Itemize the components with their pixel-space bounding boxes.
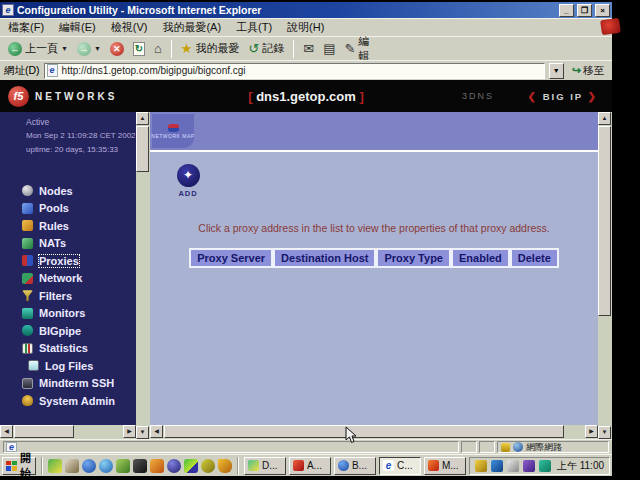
quicklaunch-icon[interactable] (116, 459, 130, 473)
page-icon: e (47, 64, 58, 77)
scroll-down-icon[interactable]: ▼ (136, 426, 149, 439)
nodes-icon (22, 185, 33, 196)
quicklaunch-icon[interactable] (218, 459, 232, 473)
forward-dropdown-icon[interactable]: ▼ (94, 45, 101, 52)
address-input[interactable]: e http://dns1.getop.com/bigipgui/bigconf… (44, 63, 545, 79)
column-header-proxy-server[interactable]: Proxy Server (189, 248, 273, 268)
menu-edit[interactable]: 編輯(E) (59, 20, 96, 35)
sidebar-item-proxies[interactable]: Proxies (0, 252, 134, 270)
refresh-icon: ↻ (133, 42, 145, 56)
internet-globe-icon (513, 442, 523, 452)
sidebar-item-label: Rules (39, 220, 69, 232)
minimize-button[interactable]: _ (559, 4, 574, 17)
menu-tools[interactable]: 工具(T) (236, 20, 272, 35)
sidebar-item-filters[interactable]: Filters (0, 287, 134, 305)
sidebar-item-system-admin[interactable]: System Admin (0, 392, 134, 410)
window-button-label: B... (352, 460, 367, 471)
column-header-proxy-type[interactable]: Proxy Type (376, 248, 451, 268)
tray-icon[interactable] (523, 460, 535, 472)
taskbar-window-button[interactable]: A... (289, 457, 331, 475)
tray-icon[interactable] (491, 460, 503, 472)
sidebar-item-statistics[interactable]: Statistics (0, 340, 134, 358)
content-horizontal-scrollbar[interactable]: ◀ ▶ (150, 425, 598, 439)
scrollbar-thumb[interactable] (136, 126, 149, 172)
print-button[interactable]: ▤ (320, 41, 338, 56)
go-button[interactable]: ↪ 移至 (568, 63, 608, 79)
sidebar-item-bigpipe[interactable]: BIGpipe (0, 322, 134, 340)
scrollbar-thumb[interactable] (14, 425, 74, 438)
favorites-button[interactable]: ★ 我的最愛 (178, 40, 243, 57)
menu-file[interactable]: 檔案(F) (8, 20, 44, 35)
sidebar-item-pools[interactable]: Pools (0, 200, 134, 218)
scrollbar-thumb[interactable] (164, 425, 564, 438)
sidebar-item-rules[interactable]: Rules (0, 217, 134, 235)
column-header-delete[interactable]: Delete (510, 248, 559, 268)
back-button[interactable]: ← 上一頁 ▼ (5, 40, 71, 57)
quicklaunch-icon[interactable] (167, 459, 181, 473)
quicklaunch-icon[interactable] (201, 459, 215, 473)
quicklaunch-icon[interactable] (99, 459, 113, 473)
taskbar-window-button[interactable]: M... (424, 457, 466, 475)
quicklaunch-icon[interactable] (65, 459, 79, 473)
scroll-down-icon[interactable]: ▼ (598, 426, 611, 439)
close-button[interactable]: × (595, 4, 610, 17)
forward-button[interactable]: → ▼ (74, 41, 104, 57)
tray-icon[interactable] (475, 460, 487, 472)
stop-button[interactable]: ✕ (107, 41, 127, 57)
frame-divider-scrollbar[interactable]: ▲ ▼ (136, 112, 150, 439)
scroll-right-icon[interactable]: ▶ (585, 425, 598, 438)
menu-help[interactable]: 說明(H) (287, 20, 324, 35)
status-message-area: e (3, 441, 459, 453)
add-proxy-button[interactable]: ✦ ADD (166, 164, 210, 198)
toolbar-separator (171, 40, 172, 58)
refresh-button[interactable]: ↻ (130, 41, 148, 57)
quicklaunch-icon[interactable] (82, 459, 96, 473)
sidebar-item-mindterm-ssh[interactable]: Mindterm SSH (0, 375, 134, 393)
network-map-button[interactable]: NETWORK MAP (152, 114, 194, 148)
windows-taskbar: 開始 D... A... (0, 454, 612, 476)
sidebar-horizontal-scrollbar[interactable]: ◀ ▶ (0, 425, 136, 439)
back-dropdown-icon[interactable]: ▼ (61, 45, 68, 52)
sidebar-item-log-files[interactable]: Log Files (0, 357, 134, 375)
address-url: http://dns1.getop.com/bigipgui/bigconf.c… (62, 65, 246, 76)
scrollbar-thumb[interactable] (598, 126, 611, 316)
column-header-destination-host[interactable]: Destination Host (273, 248, 376, 268)
quicklaunch-icon[interactable] (184, 459, 198, 473)
taskbar-window-button[interactable]: B... (334, 457, 376, 475)
browser-toolbar: ← 上一頁 ▼ → ▼ ✕ ↻ ⌂ ★ 我的最愛 ↺ (0, 36, 612, 60)
quicklaunch-icon[interactable] (48, 459, 62, 473)
sidebar-item-nodes[interactable]: Nodes (0, 182, 134, 200)
address-dropdown-icon[interactable]: ▼ (549, 63, 564, 79)
content-vertical-scrollbar[interactable]: ▲ ▼ (598, 112, 612, 439)
home-button[interactable]: ⌂ (151, 41, 165, 56)
history-button[interactable]: ↺ 記錄 (245, 40, 287, 57)
scroll-up-icon[interactable]: ▲ (598, 112, 611, 125)
taskbar-window-button[interactable]: D... (244, 457, 286, 475)
back-icon: ← (8, 42, 22, 56)
column-header-enabled[interactable]: Enabled (451, 248, 510, 268)
tray-icon[interactable] (507, 460, 519, 472)
scroll-right-icon[interactable]: ▶ (123, 425, 136, 438)
tray-icon[interactable] (539, 460, 551, 472)
taskbar-divider (237, 457, 239, 475)
menu-view[interactable]: 檢視(V) (111, 20, 148, 35)
window-icon (293, 460, 304, 471)
start-button[interactable]: 開始 (2, 457, 36, 475)
scroll-left-icon[interactable]: ◀ (0, 425, 13, 438)
taskbar-window-button-active[interactable]: e C... (379, 457, 421, 475)
sidebar-item-monitors[interactable]: Monitors (0, 305, 134, 323)
bigip-accent: ❮ (528, 91, 538, 102)
scroll-up-icon[interactable]: ▲ (136, 112, 149, 125)
history-icon: ↺ (248, 42, 259, 55)
menu-favorites[interactable]: 我的最愛(A) (162, 20, 221, 35)
bracket-right: ] (359, 89, 363, 104)
restore-button[interactable]: ❐ (577, 4, 592, 17)
sidebar-item-nats[interactable]: NATs (0, 235, 134, 253)
quicklaunch-icon[interactable] (150, 459, 164, 473)
favorites-icon: ★ (181, 42, 193, 55)
quicklaunch-icon[interactable] (133, 459, 147, 473)
sidebar-item-network[interactable]: Network (0, 270, 134, 288)
hostname-text: dns1.getop.com (256, 89, 356, 104)
mail-button[interactable]: ✉ (300, 41, 317, 56)
scroll-left-icon[interactable]: ◀ (150, 425, 163, 438)
